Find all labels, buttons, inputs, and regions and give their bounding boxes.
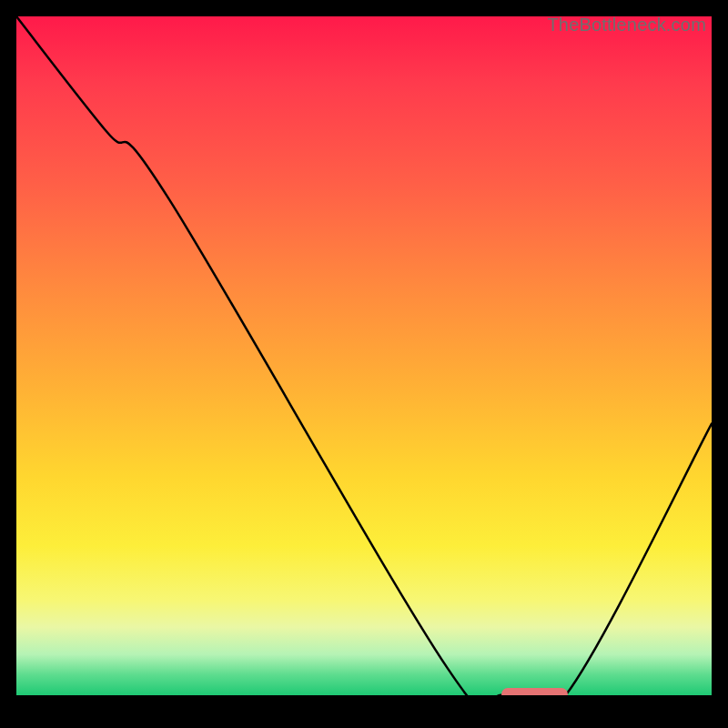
watermark-text: TheBottleneck.com [547, 15, 706, 35]
x-axis-strip [16, 695, 712, 712]
plot-gradient-background [16, 16, 712, 695]
chart-frame: TheBottleneck.com [16, 16, 712, 712]
